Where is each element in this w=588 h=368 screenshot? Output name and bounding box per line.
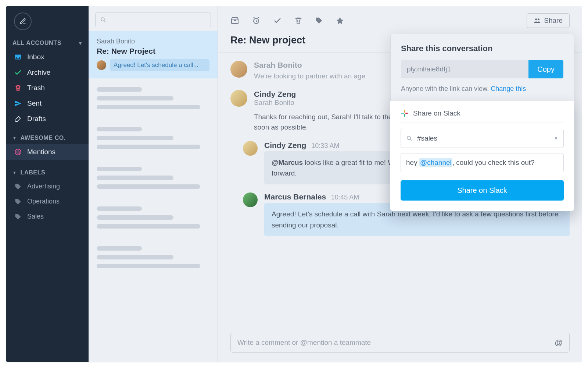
- svg-point-0: [17, 151, 19, 153]
- share-link-value: ply.ml/aie8dfj1: [407, 65, 451, 73]
- placeholder-line: [97, 136, 173, 140]
- sidebar-item-trash[interactable]: Trash: [6, 80, 89, 96]
- slack-message-input[interactable]: hey @channel, could you check this out?: [401, 153, 564, 172]
- label-action[interactable]: [315, 17, 323, 25]
- svg-rect-5: [404, 114, 405, 117]
- sidebar-item-label: Inbox: [27, 53, 44, 61]
- placeholder-line: [97, 264, 200, 268]
- change-permission-link[interactable]: Change this: [491, 85, 526, 92]
- snooze-action[interactable]: [252, 16, 261, 25]
- thread-item-placeholder[interactable]: [89, 237, 218, 277]
- sidebar-section-org[interactable]: ▼ AWESOME CO.: [6, 132, 89, 144]
- compose-icon: [19, 18, 26, 25]
- sidebar-label-operations[interactable]: Operations: [6, 194, 89, 209]
- comment-input[interactable]: Write a comment or @mention a teammate @: [230, 333, 570, 353]
- placeholder-line: [97, 215, 173, 220]
- sidebar-item-label: Sent: [27, 99, 42, 107]
- check-icon: [273, 16, 282, 25]
- message-time: 10:45 AM: [331, 194, 359, 201]
- thread-item-selected[interactable]: Sarah Bonito Re: New Project Agreed! Let…: [89, 31, 218, 78]
- share-link-field[interactable]: ply.ml/aie8dfj1: [401, 60, 528, 78]
- delete-action[interactable]: [294, 17, 302, 25]
- slack-channel-value: #sales: [417, 134, 437, 142]
- at-icon[interactable]: @: [555, 338, 563, 347]
- trash-icon: [14, 84, 22, 92]
- sidebar-item-drafts[interactable]: Drafts: [6, 111, 89, 127]
- sidebar-section-labels[interactable]: ▼ LABELS: [6, 166, 89, 179]
- search-input[interactable]: [95, 13, 211, 27]
- sidebar-section-accounts-label: ALL ACCOUNTS: [12, 40, 61, 46]
- archive-action[interactable]: [230, 16, 239, 25]
- sidebar-item-label: Advertising: [27, 183, 60, 190]
- clock-icon: [252, 16, 261, 25]
- message-author: Cindy Zeng: [264, 141, 306, 150]
- sidebar-item-inbox[interactable]: Inbox: [6, 49, 89, 65]
- share-button-label: Share: [544, 17, 563, 25]
- share-permission-note: Anyone with the link can view. Change th…: [391, 78, 574, 101]
- search-icon: [406, 135, 413, 142]
- star-action[interactable]: [336, 16, 344, 25]
- share-popover: Share this conversation ply.ml/aie8dfj1 …: [390, 34, 574, 211]
- sidebar-item-label: Drafts: [27, 115, 46, 123]
- placeholder-line: [97, 206, 142, 211]
- svg-point-1: [101, 18, 104, 21]
- paper-plane-icon: [14, 100, 22, 107]
- sidebar-section-org-label: AWESOME CO.: [21, 135, 66, 141]
- avatar: [230, 61, 247, 78]
- placeholder-line: [97, 255, 173, 259]
- tag-icon: [315, 17, 323, 25]
- chevron-down-icon: ▼: [554, 136, 558, 141]
- svg-rect-6: [401, 113, 404, 114]
- mention[interactable]: @Marcus: [272, 159, 303, 166]
- placeholder-line: [97, 87, 142, 92]
- message-author: Marcus Bernales: [264, 192, 326, 201]
- tag-icon: [14, 213, 22, 220]
- thread-item-placeholder[interactable]: [89, 158, 218, 198]
- share-button[interactable]: Share: [527, 13, 570, 28]
- sidebar-item-label: Operations: [27, 198, 60, 205]
- message-author: Sarah Bonito: [254, 61, 302, 70]
- avatar: [243, 141, 258, 156]
- star-icon: [336, 16, 344, 25]
- slack-mention: @channel: [419, 158, 452, 167]
- thread-subject: Re: New Project: [97, 47, 209, 56]
- copy-link-button[interactable]: Copy: [528, 60, 563, 78]
- slack-channel-select[interactable]: #sales ▼: [401, 129, 564, 148]
- message-time: 10:33 AM: [311, 142, 339, 150]
- sidebar-item-label: Archive: [27, 68, 50, 77]
- sidebar-label-advertising[interactable]: Advertising: [6, 179, 89, 194]
- share-popover-title: Share this conversation: [391, 34, 574, 60]
- compose-button[interactable]: [14, 13, 32, 30]
- sidebar-item-archive[interactable]: Archive: [6, 65, 89, 80]
- sidebar-item-label: Trash: [27, 84, 45, 92]
- avatar: [97, 60, 106, 70]
- thread-item-placeholder[interactable]: [89, 78, 218, 118]
- check-icon: [14, 68, 22, 77]
- slack-share-button[interactable]: Share on Slack: [401, 180, 564, 201]
- sidebar-section-accounts[interactable]: ALL ACCOUNTS ▾: [6, 37, 89, 49]
- slack-share-button-label: Share on Slack: [457, 186, 507, 194]
- message-recipient: Sarah Bonito: [254, 99, 294, 107]
- svg-point-7: [407, 136, 410, 139]
- sidebar-item-mentions[interactable]: Mentions: [6, 144, 89, 160]
- placeholder-line: [97, 105, 200, 109]
- thread-item-placeholder[interactable]: [89, 118, 218, 158]
- inbox-icon: [14, 53, 22, 61]
- tag-icon: [14, 183, 22, 190]
- trash-icon: [294, 17, 302, 25]
- slack-message-text-post: , could you check this out?: [452, 159, 535, 166]
- avatar: [230, 90, 247, 107]
- thread-list: Sarah Bonito Re: New Project Agreed! Let…: [89, 6, 218, 362]
- sidebar-item-sent[interactable]: Sent: [6, 96, 89, 111]
- conversation-pane: Share Re: New project Sarah Bonito We're…: [218, 6, 582, 362]
- thread-item-placeholder[interactable]: [89, 198, 218, 237]
- placeholder-line: [97, 224, 200, 229]
- people-icon: [534, 17, 541, 24]
- slack-icon: [401, 109, 409, 117]
- sidebar-item-label: Sales: [27, 213, 44, 220]
- chevron-down-icon: ▾: [79, 40, 82, 46]
- sidebar-label-sales[interactable]: Sales: [6, 209, 89, 224]
- pencil-icon: [14, 115, 22, 123]
- done-action[interactable]: [273, 16, 282, 25]
- slack-card-title: Share on Slack: [413, 109, 460, 117]
